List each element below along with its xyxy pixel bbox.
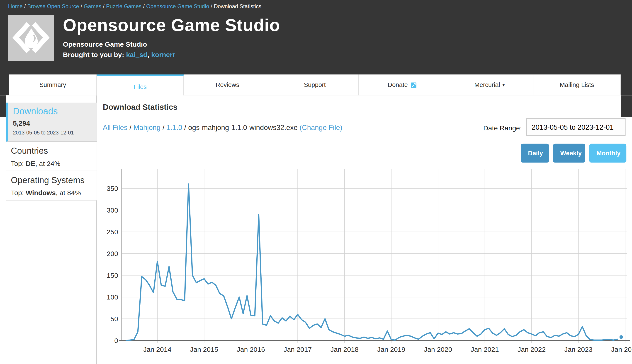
author-link-kornerr[interactable]: kornerr <box>151 51 175 59</box>
svg-text:200: 200 <box>107 250 118 258</box>
svg-text:0: 0 <box>114 337 118 344</box>
svg-text:Jan 2022: Jan 2022 <box>518 346 546 353</box>
byline-author-separator: , <box>147 51 149 59</box>
date-range-label: Date Range: <box>483 124 522 132</box>
page-heading: Download Statistics <box>103 102 177 112</box>
tab-files-label: Files <box>133 83 147 90</box>
svg-text:50: 50 <box>110 315 118 322</box>
change-file-link[interactable]: (Change File) <box>300 124 342 132</box>
breadcrumb-separator: / <box>211 3 213 9</box>
file-path-mahjong[interactable]: Mahjong <box>133 124 160 132</box>
breadcrumb-home[interactable]: Home <box>8 3 23 9</box>
svg-text:Jan 2024: Jan 2024 <box>611 346 632 353</box>
breadcrumb-project[interactable]: Opensource Game Studio <box>146 3 209 9</box>
tab-mercurial[interactable]: Mercurial ▾ <box>446 74 533 96</box>
svg-text:Jan 2019: Jan 2019 <box>377 346 405 353</box>
os-top-prefix: Top: <box>11 189 26 197</box>
breadcrumb-separator: / <box>81 3 82 9</box>
file-path-version[interactable]: 1.1.0 <box>167 124 182 132</box>
breadcrumb-browse-open-source[interactable]: Browse Open Source <box>28 3 79 9</box>
file-path-separator: / <box>129 124 131 132</box>
os-title: Operating Systems <box>11 176 97 186</box>
byline: Brought to you by: kai_sd, kornerr <box>63 51 175 59</box>
svg-text:150: 150 <box>107 272 118 279</box>
countries-top-prefix: Top: <box>11 160 26 168</box>
tab-summary-label: Summary <box>40 81 66 88</box>
project-logo <box>8 15 54 61</box>
page-title: Opensource Game Studio <box>63 16 280 35</box>
countries-top-suffix: , at 24% <box>35 160 61 168</box>
weekly-button[interactable]: Weekly <box>553 144 585 163</box>
downloads-line-chart: 050100150200250300350Jan 2014Jan 2015Jan… <box>103 167 632 360</box>
svg-text:350: 350 <box>107 185 118 192</box>
downloads-chart: 050100150200250300350Jan 2014Jan 2015Jan… <box>103 167 632 360</box>
page: Home/Browse Open Source/Games/Puzzle Gam… <box>0 0 632 364</box>
svg-text:Jan 2015: Jan 2015 <box>190 346 218 353</box>
breadcrumb-separator: / <box>103 3 105 9</box>
tab-reviews[interactable]: Reviews <box>184 74 271 96</box>
project-subtitle: Opensource Game Studio <box>63 41 147 49</box>
header-background-right-notch <box>621 95 632 117</box>
donate-external-icon <box>410 82 417 88</box>
tab-mailing-lists-label: Mailing Lists <box>560 81 594 88</box>
file-path-separator: / <box>162 124 165 132</box>
svg-text:100: 100 <box>107 293 118 301</box>
tab-donate-label: Donate <box>388 81 408 88</box>
countries-top-value: DE <box>26 160 35 168</box>
svg-text:Jan 2023: Jan 2023 <box>564 346 592 353</box>
os-top-value: Windows <box>26 189 56 197</box>
project-logo-icon <box>8 15 54 61</box>
granularity-button-group: Daily Weekly Monthly <box>521 144 626 163</box>
tab-support-label: Support <box>304 81 326 88</box>
breadcrumb-separator: / <box>24 3 26 9</box>
monthly-button[interactable]: Monthly <box>589 144 626 163</box>
svg-text:Jan 2021: Jan 2021 <box>471 346 499 353</box>
downloads-title: Downloads <box>13 106 97 116</box>
svg-text:Jan 2020: Jan 2020 <box>424 346 452 353</box>
breadcrumb: Home/Browse Open Source/Games/Puzzle Gam… <box>8 3 261 9</box>
breadcrumb-separator: / <box>143 3 145 9</box>
byline-prefix: Brought to you by: <box>63 51 124 59</box>
countries-title: Countries <box>11 146 97 156</box>
downloads-count: 5,294 <box>13 120 97 128</box>
sidebar-item-operating-systems[interactable]: Operating Systems Top: Windows, at 84% <box>6 171 97 200</box>
stats-sidebar: Downloads 5,294 2013-05-05 to 2023-12-01… <box>6 95 97 364</box>
file-path-all-files[interactable]: All Files <box>103 124 127 132</box>
countries-top-stat: Top: DE, at 24% <box>11 160 97 168</box>
file-path-separator: / <box>184 124 186 132</box>
chevron-down-icon: ▾ <box>502 82 505 88</box>
os-top-stat: Top: Windows, at 84% <box>11 189 97 198</box>
svg-text:Jan 2017: Jan 2017 <box>284 346 312 353</box>
tab-files[interactable]: Files <box>97 74 184 97</box>
file-path-breadcrumb: All Files/Mahjong/1.1.0/ogs-mahjong-1.1.… <box>103 124 342 132</box>
tab-mercurial-label: Mercurial <box>474 81 500 88</box>
downloads-date-range: 2013-05-05 to 2023-12-01 <box>13 130 97 136</box>
sidebar-item-downloads[interactable]: Downloads 5,294 2013-05-05 to 2023-12-01 <box>6 102 97 142</box>
date-range-input[interactable] <box>526 118 625 136</box>
tab-summary[interactable]: Summary <box>9 74 97 96</box>
breadcrumb-puzzle-games[interactable]: Puzzle Games <box>106 3 141 9</box>
svg-text:250: 250 <box>107 228 118 236</box>
header-background-left-notch <box>0 95 6 117</box>
tab-donate[interactable]: Donate <box>359 74 446 96</box>
svg-text:Jan 2014: Jan 2014 <box>143 346 171 353</box>
svg-text:300: 300 <box>107 206 118 214</box>
os-top-suffix: , at 84% <box>56 189 81 197</box>
breadcrumb-current-page: Download Statistics <box>214 3 261 9</box>
author-link-kai-sd[interactable]: kai_sd <box>126 51 147 59</box>
tab-bar: Summary Files Reviews Support Donate Mer… <box>9 74 621 97</box>
file-name: ogs-mahjong-1.1.0-windows32.exe <box>188 124 298 132</box>
tab-support[interactable]: Support <box>271 74 359 96</box>
breadcrumb-games[interactable]: Games <box>84 3 101 9</box>
sidebar-item-countries[interactable]: Countries Top: DE, at 24% <box>6 142 97 171</box>
tab-reviews-label: Reviews <box>216 81 239 88</box>
svg-text:Jan 2018: Jan 2018 <box>330 346 358 353</box>
svg-text:Jan 2016: Jan 2016 <box>237 346 265 353</box>
tab-mailing-lists[interactable]: Mailing Lists <box>533 74 621 96</box>
daily-button[interactable]: Daily <box>521 144 549 163</box>
